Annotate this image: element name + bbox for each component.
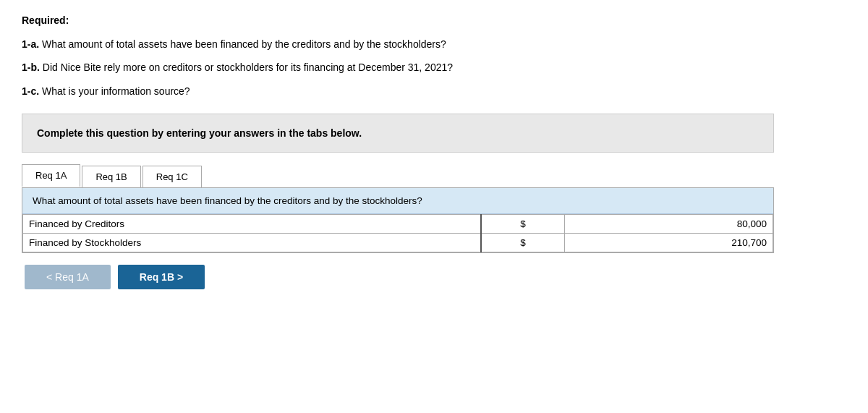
tabs-row: Req 1A Req 1B Req 1C — [22, 164, 774, 187]
prev-button[interactable]: < Req 1A — [25, 265, 111, 289]
row2-label: Financed by Stockholders — [23, 234, 482, 252]
question-1a-block: 1-a. What amount of total assets have be… — [22, 36, 774, 52]
financing-table: Financed by Creditors $ Financed by Stoc… — [22, 214, 773, 252]
row1-label: Financed by Creditors — [23, 215, 482, 234]
q1c-label: 1-c. — [22, 85, 39, 97]
page-container: Required: 1-a. What amount of total asse… — [0, 0, 796, 304]
tabs-area: Req 1A Req 1B Req 1C What amount of tota… — [22, 164, 774, 253]
row1-dollar: $ — [481, 215, 564, 234]
q1a-text: What amount of total assets have been fi… — [42, 38, 446, 50]
tab-question-header: What amount of total assets have been fi… — [22, 188, 773, 214]
required-label: Required: — [22, 14, 774, 26]
q1c-text: What is your information source? — [42, 85, 190, 97]
instruction-text: Complete this question by entering your … — [37, 127, 759, 139]
tab-req1c[interactable]: Req 1C — [142, 166, 202, 187]
tab-content: What amount of total assets have been fi… — [22, 187, 774, 253]
nav-buttons-row: < Req 1A Req 1B > — [22, 265, 774, 289]
row1-input[interactable] — [571, 218, 767, 229]
tab-req1b[interactable]: Req 1B — [82, 166, 140, 187]
table-row: Financed by Creditors $ — [23, 215, 773, 234]
instruction-box: Complete this question by entering your … — [22, 114, 774, 153]
tab-req1a[interactable]: Req 1A — [22, 164, 80, 187]
next-button[interactable]: Req 1B > — [118, 265, 205, 289]
q1b-label: 1-b. — [22, 61, 40, 73]
row2-dollar: $ — [481, 234, 564, 252]
row2-value[interactable] — [564, 234, 773, 252]
question-1b-block: 1-b. Did Nice Bite rely more on creditor… — [22, 59, 774, 75]
q1a-label: 1-a. — [22, 38, 39, 50]
row2-input[interactable] — [571, 237, 767, 248]
table-row: Financed by Stockholders $ — [23, 234, 773, 252]
question-1c-block: 1-c. What is your information source? — [22, 83, 774, 99]
row1-value[interactable] — [564, 215, 773, 234]
data-table-section: Financed by Creditors $ Financed by Stoc… — [22, 214, 773, 252]
q1b-text: Did Nice Bite rely more on creditors or … — [43, 61, 453, 73]
